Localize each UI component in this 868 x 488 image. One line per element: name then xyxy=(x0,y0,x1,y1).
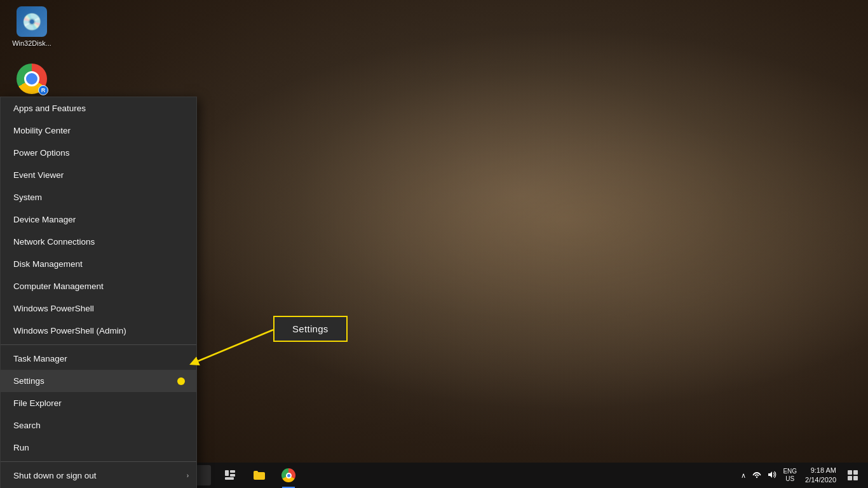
settings-callout: Settings xyxy=(273,316,348,342)
menu-item-apps-features[interactable]: Apps and Features xyxy=(1,97,196,119)
svg-rect-15 xyxy=(853,470,858,475)
chrome-image: R xyxy=(17,64,47,94)
menu-item-disk-management[interactable]: Disk Management xyxy=(1,253,196,275)
win32diskimager-icon[interactable]: Win32Disk... xyxy=(6,6,57,48)
tray-time: 9:18 AM xyxy=(805,466,836,475)
chrome-taskbar-button[interactable] xyxy=(275,463,302,488)
tray-volume-icon[interactable] xyxy=(766,471,778,480)
system-tray: ∧ ENG US 9:18 AM xyxy=(739,463,868,488)
task-view-button[interactable] xyxy=(216,463,244,488)
svg-marker-13 xyxy=(768,471,772,478)
tray-clock[interactable]: 9:18 AM 2/14/2020 xyxy=(801,466,840,485)
menu-item-task-manager[interactable]: Task Manager xyxy=(1,348,196,370)
desktop: Win32Disk... R Robe... Chro... Recycl...… xyxy=(0,0,868,488)
svg-rect-11 xyxy=(225,477,234,480)
menu-item-computer-management[interactable]: Computer Management xyxy=(1,275,196,297)
svg-line-1 xyxy=(194,330,273,363)
svg-rect-8 xyxy=(225,470,229,476)
settings-yellow-dot xyxy=(177,377,185,385)
win32diskimager-image xyxy=(17,6,47,37)
menu-item-windows-powershell-admin[interactable]: Windows PowerShell (Admin) xyxy=(1,320,196,342)
separator-2 xyxy=(1,461,196,462)
menu-item-device-manager[interactable]: Device Manager xyxy=(1,208,196,231)
file-explorer-taskbar-button[interactable] xyxy=(245,463,273,488)
taskbar-icons xyxy=(216,463,302,488)
svg-point-12 xyxy=(756,476,757,477)
tray-chevron[interactable]: ∧ xyxy=(739,471,748,480)
menu-item-network-connections[interactable]: Network Connections xyxy=(1,231,196,253)
menu-item-mobility-center[interactable]: Mobility Center xyxy=(1,119,196,142)
tray-date: 2/14/2020 xyxy=(805,475,836,485)
tray-network-icon[interactable] xyxy=(750,471,763,480)
menu-item-power-options[interactable]: Power Options xyxy=(1,142,196,164)
submenu-arrow-icon: › xyxy=(187,472,189,479)
menu-item-event-viewer[interactable]: Event Viewer xyxy=(1,164,196,186)
settings-callout-box: Settings xyxy=(273,316,348,342)
menu-item-settings[interactable]: Settings xyxy=(1,370,196,392)
menu-item-windows-powershell[interactable]: Windows PowerShell xyxy=(1,297,196,320)
menu-item-file-explorer[interactable]: File Explorer xyxy=(1,392,196,414)
context-menu: Apps and Features Mobility Center Power … xyxy=(0,97,197,488)
menu-item-search[interactable]: Search xyxy=(1,414,196,437)
svg-rect-10 xyxy=(230,474,235,477)
win32diskimager-label: Win32Disk... xyxy=(12,39,51,48)
svg-rect-9 xyxy=(230,470,235,473)
svg-rect-14 xyxy=(848,470,852,475)
chrome-badge: R xyxy=(38,85,48,95)
menu-item-run[interactable]: Run xyxy=(1,437,196,459)
separator-1 xyxy=(1,344,196,345)
svg-rect-16 xyxy=(848,476,852,480)
svg-rect-17 xyxy=(853,476,858,480)
menu-item-shut-down[interactable]: Shut down or sign out › xyxy=(1,464,196,487)
tray-lang[interactable]: ENG US xyxy=(781,468,799,483)
menu-item-system[interactable]: System xyxy=(1,186,196,208)
notification-center-button[interactable] xyxy=(843,463,863,488)
